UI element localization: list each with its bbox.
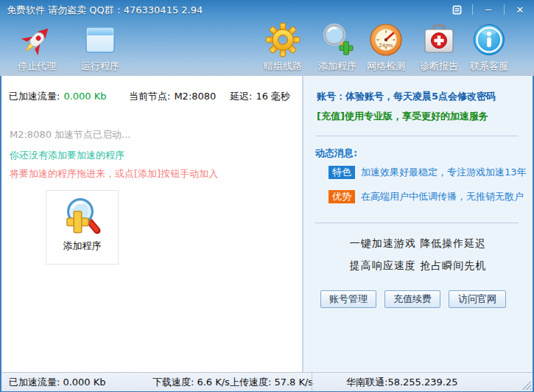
toolbar-item-label: 停止代理: [18, 60, 56, 73]
stat-label: 当前节点:: [129, 91, 170, 102]
app-window: 免费软件 请勿盗卖 QQ群：476330415 2.94 ─ ✕: [0, 0, 534, 392]
stat-value: 16 毫秒: [256, 91, 290, 102]
skin-icon: [452, 4, 463, 15]
first-aid-icon: [421, 22, 457, 57]
control-separator: [504, 4, 505, 15]
toolbar-item-network-test[interactable]: 24ms 网络检测: [361, 22, 411, 73]
account-info: 账号：体验账号，每天凌晨5点会修改密码: [317, 90, 496, 103]
toolbar-item-label: 运行程序: [81, 60, 119, 73]
dynamic-messages-title: 动态消息:: [315, 147, 357, 160]
message-drag-hint: 将要加速的程序拖进来，或点[添加]按钮手动加入: [10, 167, 218, 181]
status-bar: 已加速流量:0.000 Kb 下载速度:6.6 K/s 上传速度:57.8 K/…: [1, 372, 533, 391]
window-controls: ─ ✕: [449, 2, 528, 17]
toolbar-item-label: 网络检测: [367, 60, 405, 73]
magnifier-plus-icon: [62, 196, 103, 237]
toolbar-item-stop-proxy[interactable]: 停止代理: [10, 22, 63, 73]
feature-badge: 特色: [329, 166, 355, 179]
status-upload-speed: 上传速度:57.8 K/s: [230, 376, 313, 389]
status-label: 下载速度:: [152, 377, 194, 388]
notice-text: 在高端用户中低调传播，无推销无散户: [361, 190, 524, 203]
skin-icon[interactable]: [449, 2, 465, 17]
divider: [315, 223, 519, 223]
notice-text: 加速效果好最稳定，专注游戏加速13年: [361, 166, 527, 179]
slogan-line: 提高响应速度 抢占瞬间先机: [303, 259, 533, 273]
stat-accelerated-traffic: 已加速流量:0.000 Kb: [9, 90, 107, 103]
divider: [315, 136, 519, 136]
toolbar-item-run-program[interactable]: 运行程序: [74, 22, 127, 73]
window-title: 免费软件 请勿盗卖 QQ群：476330415 2.94: [7, 4, 203, 17]
notice-advantage: 优势 在高端用户中低调传播，无推销无散户: [329, 190, 524, 203]
stat-label: 延迟:: [230, 91, 252, 102]
visit-website-button[interactable]: 访问官网: [449, 290, 506, 308]
status-accelerated-traffic: 已加速流量:0.000 Kb: [9, 376, 106, 389]
add-program-label: 添加程序: [63, 239, 102, 253]
control-separator: [472, 4, 473, 15]
message-node-started: M2:8080 加速节点已启动...: [10, 128, 130, 141]
status-separator: [312, 373, 312, 391]
toolbar-item-label: 联系客服: [470, 60, 508, 73]
stat-value: M2:8080: [174, 91, 216, 102]
status-value: 57.8 K/s: [274, 377, 313, 388]
status-value: 0.000 Kb: [63, 377, 105, 388]
toolbar-item-lines[interactable]: 暗组线路: [258, 22, 308, 73]
status-label: 已加速流量:: [9, 377, 60, 388]
status-server-info: 华南联通:58.255.239.25: [346, 376, 458, 389]
program-panel: 已加速流量:0.000 Kb 当前节点:M2:8080 延迟:16 毫秒 M2:…: [1, 76, 302, 372]
info-panel: 账号：体验账号，每天凌晨5点会修改密码 [充值]使用专业版，享受更好的加速服务 …: [303, 76, 533, 372]
toolbar-item-add-program[interactable]: 添加程序: [312, 22, 362, 73]
gear-icon: [265, 22, 301, 57]
close-button[interactable]: ✕: [512, 2, 528, 17]
notice-feature: 特色 加速效果好最稳定，专注游戏加速13年: [329, 166, 527, 179]
stat-label: 已加速流量:: [9, 91, 60, 102]
message-no-program: 你还没有添加要加速的程序: [10, 149, 124, 162]
status-label: 上传速度:: [230, 377, 271, 388]
rocket-icon: [19, 22, 55, 57]
resize-grip[interactable]: [522, 381, 531, 390]
minimize-button[interactable]: ─: [480, 2, 496, 17]
recharge-renew-button[interactable]: 充值续费: [384, 290, 440, 308]
stat-latency: 延迟:16 毫秒: [230, 90, 290, 103]
header: 免费软件 请勿盗卖 QQ群：476330415 2.94 ─ ✕: [0, 0, 534, 76]
toolbar-item-diagnosis[interactable]: 诊断报告: [414, 22, 464, 73]
toolbar-item-label: 暗组线路: [264, 60, 302, 73]
toolbar-item-label: 诊断报告: [420, 60, 458, 73]
account-manage-button[interactable]: 账号管理: [320, 290, 376, 308]
stat-value: 0.000 Kb: [63, 91, 106, 102]
speedometer-icon: 24ms: [368, 22, 404, 57]
info-icon: [471, 22, 507, 57]
stat-current-node: 当前节点:M2:8080: [129, 90, 216, 103]
add-program-item[interactable]: 添加程序: [46, 190, 119, 265]
advantage-badge: 优势: [329, 190, 355, 203]
program-window-icon: [82, 22, 118, 57]
magnifier-plus-icon: [320, 22, 355, 57]
status-value: 6.6 K/s: [197, 377, 229, 388]
status-download-speed: 下载速度:6.6 K/s: [152, 376, 230, 389]
toolbar-item-label: 添加程序: [318, 60, 356, 73]
slogan-line: 一键加速游戏 降低操作延迟: [303, 237, 533, 251]
toolbar-item-contact[interactable]: 联系客服: [464, 22, 514, 73]
speedometer-label: 24ms: [379, 43, 393, 49]
recharge-info: [充值]使用专业版，享受更好的加速服务: [317, 110, 488, 123]
